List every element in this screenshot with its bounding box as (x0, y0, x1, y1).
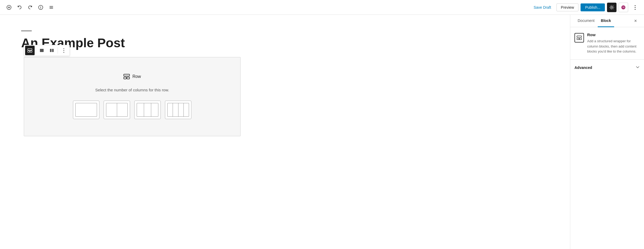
add-block-button[interactable] (4, 3, 14, 12)
block-info-text: Row Add a structured wrapper for column … (587, 32, 640, 54)
top-bar: Save Draft Preview Publish... Y! ⋮ (0, 0, 644, 15)
align-right-button[interactable] (47, 46, 57, 55)
col-3a (137, 103, 144, 116)
svg-rect-16 (52, 49, 54, 52)
svg-text:Y!: Y! (622, 6, 624, 9)
advanced-header[interactable]: Advanced (574, 64, 640, 71)
svg-rect-22 (579, 38, 582, 40)
block-info-row: Row Add a structured wrapper for column … (574, 32, 640, 54)
undo-button[interactable] (15, 3, 24, 12)
svg-rect-19 (127, 77, 130, 79)
column-option-2[interactable] (104, 101, 130, 119)
column-options (73, 101, 191, 119)
yoast-button[interactable]: Y! (619, 3, 628, 12)
svg-rect-20 (577, 36, 582, 37)
column-option-3[interactable] (134, 101, 161, 119)
row-layout-button[interactable] (25, 46, 35, 55)
top-bar-right: Save Draft Preview Publish... Y! ⋮ (530, 3, 640, 12)
column-option-1[interactable] (73, 101, 99, 119)
col-2-inner (106, 103, 128, 117)
editor-area[interactable]: An Example Post (0, 15, 570, 249)
tab-document[interactable]: Document (574, 15, 598, 27)
settings-button[interactable] (607, 3, 617, 12)
col-4b (173, 103, 178, 116)
row-block-icon (123, 74, 130, 79)
sidebar-block-info: Row Add a structured wrapper for column … (570, 27, 644, 60)
list-view-button[interactable] (47, 3, 56, 12)
post-title[interactable]: An Example Post (21, 35, 549, 51)
col-1-inner (75, 103, 97, 117)
redo-button[interactable] (25, 3, 35, 12)
top-bar-left (4, 3, 56, 12)
svg-rect-15 (50, 49, 52, 52)
chevron-down-icon (636, 65, 640, 70)
svg-point-5 (40, 6, 41, 7)
row-block-header: Row (123, 74, 141, 79)
svg-rect-21 (577, 38, 579, 40)
block-info-title: Row (587, 32, 640, 37)
svg-rect-11 (28, 49, 32, 50)
toolbar-divider-2 (58, 47, 58, 54)
toolbar-divider (36, 47, 36, 54)
row-block-subtitle: Select the number of columns for this ro… (95, 88, 169, 92)
advanced-title: Advanced (574, 65, 592, 70)
svg-rect-14 (40, 49, 44, 52)
row-block-wrapper: ⋮ Row Select the number of columns for t… (24, 57, 549, 136)
publish-button[interactable]: Publish... (581, 3, 605, 11)
sidebar-close-button[interactable]: × (631, 17, 640, 25)
save-draft-button[interactable]: Save Draft (530, 4, 554, 11)
block-info-icon (574, 33, 584, 43)
col-2b (117, 103, 128, 116)
column-option-4[interactable] (165, 101, 191, 119)
info-button[interactable] (36, 3, 45, 12)
col-2a (106, 103, 117, 116)
svg-rect-13 (30, 51, 32, 52)
more-options-button[interactable]: ⋮ (630, 3, 640, 12)
col-3b (144, 103, 151, 116)
post-title-area: An Example Post (21, 31, 549, 51)
sidebar-tabs: Document Block × (570, 15, 644, 27)
col-3-inner (137, 103, 158, 117)
col-4c (178, 103, 184, 116)
main-layout: An Example Post (0, 15, 644, 249)
advanced-section: Advanced (570, 60, 644, 76)
col-3c (151, 103, 158, 116)
svg-rect-12 (28, 51, 30, 52)
block-info-desc: Add a structured wrapper for column bloc… (587, 39, 640, 54)
col-4-inner (167, 103, 189, 117)
more-block-options-button[interactable]: ⋮ (59, 46, 68, 55)
col-4d (184, 103, 189, 116)
tab-block[interactable]: Block (598, 15, 614, 27)
svg-rect-18 (124, 77, 126, 79)
row-block-title: Row (132, 74, 141, 79)
align-left-button[interactable] (37, 46, 47, 55)
preview-button[interactable]: Preview (556, 3, 579, 11)
block-toolbar: ⋮ (24, 45, 70, 56)
sidebar: Document Block × Row Add a structured wr… (570, 15, 644, 249)
svg-point-9 (611, 7, 613, 8)
col-4a (168, 103, 173, 116)
svg-rect-17 (124, 74, 130, 76)
row-block[interactable]: Row Select the number of columns for thi… (24, 57, 241, 136)
post-divider (21, 31, 32, 31)
